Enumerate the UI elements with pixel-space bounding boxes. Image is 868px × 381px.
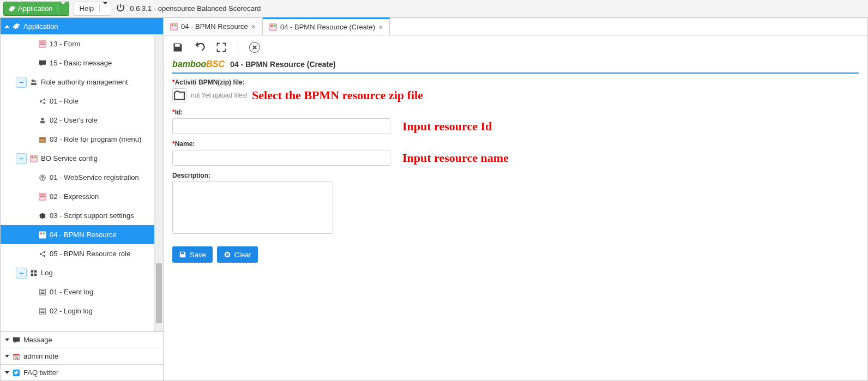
upload-button[interactable] [172,88,186,102]
accordion-label: FAQ twitter [23,368,58,377]
application-dropdown-button[interactable]: Application [3,2,69,16]
svg-rect-14 [32,156,34,158]
id-input[interactable] [172,118,390,134]
sidebar-item-role[interactable]: 01 - Role [1,92,154,111]
undo-toolbar-button[interactable] [194,42,205,53]
sidebar-group-log[interactable]: −Log [1,263,154,282]
close-icon[interactable]: × [251,22,256,31]
config-icon [170,23,178,31]
sidebar-item-webservice[interactable]: 01 - WebService registration [1,168,154,187]
fullscreen-toolbar-button[interactable] [216,42,227,53]
config-icon [269,23,277,31]
sidebar-item-basic-message[interactable]: 15 - Basic message [1,53,154,72]
name-label: *Name: [172,140,195,148]
sidebar-item-bpmn-resource[interactable]: 04 - BPMN Resource [1,225,154,244]
accordion-header-admin-note[interactable]: 01 admin note [1,348,163,364]
svg-rect-35 [41,309,45,310]
sidebar-item-label: Role authority management [41,78,128,86]
sidebar-item-label: 01 - WebService registration [50,173,139,182]
accordion-header-application[interactable]: Application [1,18,163,34]
collapse-icon[interactable]: − [16,77,27,88]
svg-rect-10 [40,120,45,123]
sidebar-item-expression[interactable]: 02 - Expression [1,187,154,206]
svg-rect-37 [41,312,45,312]
sidebar-item-label: 05 - BPMN Resource role [50,250,130,258]
svg-rect-43 [172,24,174,26]
collapse-icon[interactable]: − [16,153,27,164]
upload-status: not Yet upload files! [191,92,248,99]
annotation-name: Input resource name [402,151,509,165]
gear-icon [8,5,16,13]
sidebar-item-users-role[interactable]: 02 - User's role [1,111,154,130]
share-icon [39,250,46,258]
tab-bpmn-resource-create[interactable]: 04 - BPMN Resource (Create) × [263,17,390,35]
chevron-up-icon [5,25,9,28]
accordion-header-message[interactable]: Message [1,331,163,348]
accordion-header-faq[interactable]: FAQ twitter [1,364,163,380]
sidebar-item-event-log[interactable]: 01 - Event log [1,282,154,301]
svg-rect-5 [31,82,37,84]
sidebar-item-form[interactable]: 13 - Form [1,34,154,53]
svg-rect-22 [43,232,45,234]
annotation-id: Input resource Id [402,119,492,134]
sidebar-item-label: 02 - Login log [50,307,93,315]
sidebar-item-label: 03 - Role for program (menu) [50,135,141,143]
svg-rect-36 [41,311,45,311]
scrollbar[interactable] [154,34,163,331]
sidebar-group-bo-service[interactable]: −BO Service config [1,149,154,168]
svg-rect-18 [40,194,45,195]
clear-button[interactable]: Clear [217,246,258,263]
help-dropdown-button[interactable]: Help [74,2,112,16]
description-label: Description: [172,172,210,179]
chevron-down-icon [5,355,9,358]
svg-rect-15 [34,156,37,158]
clear-button-label: Clear [234,251,251,259]
svg-rect-46 [271,25,273,27]
cancel-toolbar-button[interactable] [249,42,260,53]
list-icon [39,307,46,315]
version-text: 0.6.3.1 - opensource Balanced Scorecard [130,4,261,13]
name-input[interactable] [172,150,390,166]
sidebar: Application 13 - Form 15 - Basic message… [0,17,164,381]
box-icon [39,136,46,143]
sidebar-item-role-program[interactable]: 03 - Role for program (menu) [1,130,154,149]
svg-rect-33 [41,293,45,293]
description-textarea[interactable] [172,182,333,234]
tab-label: 04 - BPMN Resource (Create) [280,23,375,31]
sidebar-item-bpmn-resource-role[interactable]: 05 - BPMN Resource role [1,244,154,263]
tab-bar: 04 - BPMN Resource × 04 - BPMN Resource … [164,18,867,35]
calendar-icon: 01 [13,353,20,360]
svg-rect-31 [41,290,45,291]
sidebar-item-label: 01 - Role [50,97,79,105]
share-icon [39,98,46,105]
gear-icon [39,212,46,220]
sidebar-item-label: 02 - User's role [50,116,98,124]
svg-rect-26 [31,270,33,272]
collapse-icon[interactable]: − [16,268,27,279]
sidebar-item-label: Log [41,269,53,277]
chevron-down-icon [5,338,9,341]
toolbar-divider [238,43,238,52]
sidebar-item-script-support[interactable]: 03 - Script support settings [1,206,154,225]
save-button[interactable]: Save [172,246,213,263]
power-icon[interactable] [116,3,125,14]
users-icon [30,78,38,86]
save-toolbar-button[interactable] [172,42,183,53]
sidebar-item-label: 04 - BPMN Resource [50,231,117,239]
accordion-label: admin note [23,352,58,360]
tab-bpmn-resource[interactable]: 04 - BPMN Resource × [164,18,263,35]
sidebar-group-role-mgmt[interactable]: −Role authority management [1,72,154,92]
twitter-icon [13,369,20,377]
svg-rect-47 [274,25,276,27]
sidebar-item-login-log[interactable]: 02 - Login log [1,301,154,320]
globe-icon [39,174,46,182]
svg-text:01: 01 [15,355,19,359]
sidebar-item-label: 15 - Basic message [50,59,112,67]
svg-rect-1 [40,41,45,43]
svg-point-3 [32,79,34,82]
gear-icon [13,22,20,30]
nav-tree: 13 - Form 15 - Basic message −Role autho… [1,34,154,331]
close-icon[interactable]: × [378,23,383,32]
grid-icon [30,269,38,277]
scrollbar-thumb[interactable] [156,263,162,323]
